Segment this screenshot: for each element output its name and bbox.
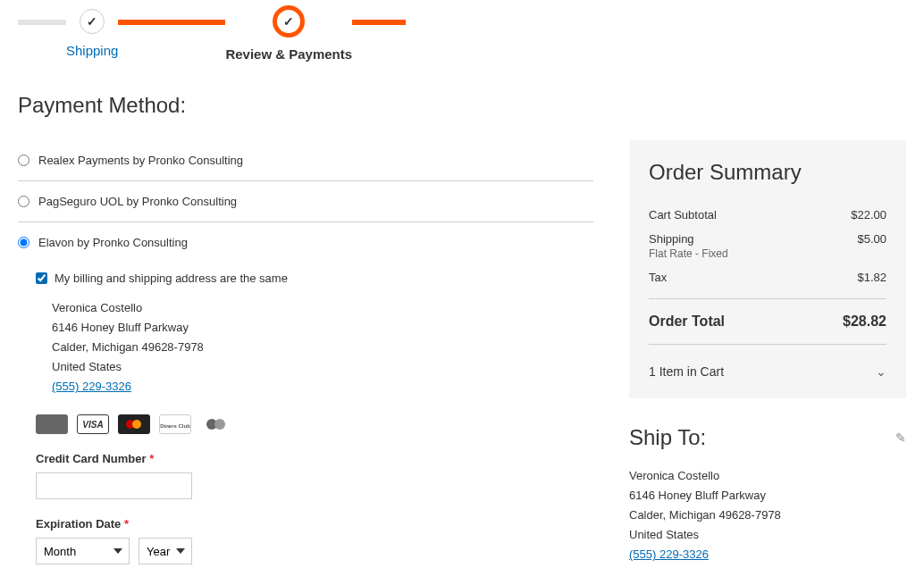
payment-details: My billing and shipping address are the …: [18, 263, 593, 585]
payment-option-realex[interactable]: Realex Payments by Pronko Consulting: [18, 140, 593, 181]
shipto-city: Calder, Michigan 49628-7978: [629, 506, 906, 525]
order-summary: Order Summary Cart Subtotal $22.00 Shipp…: [629, 140, 906, 398]
progress-line-active: [352, 20, 406, 25]
billing-street: 6146 Honey Bluff Parkway: [52, 318, 593, 338]
mastercard-icon: [118, 414, 150, 434]
progress-line: [18, 20, 66, 25]
exp-date-label: Expiration Date *: [36, 517, 593, 531]
shipto-name: Veronica Costello: [629, 466, 906, 486]
cc-number-label: Credit Card Number *: [36, 452, 593, 465]
billing-name: Veronica Costello: [52, 298, 593, 318]
summary-total-label: Order Total: [649, 313, 725, 330]
payment-radio-pagseguro[interactable]: [18, 196, 29, 207]
exp-year-select[interactable]: Year: [139, 538, 192, 564]
payment-label-realex[interactable]: Realex Payments by Pronko Consulting: [38, 154, 243, 167]
ship-to-title: Ship To:: [629, 425, 706, 450]
page-title: Payment Method:: [18, 93, 906, 118]
cc-number-input[interactable]: [36, 472, 192, 499]
cart-items-label: 1 Item in Cart: [649, 364, 724, 379]
summary-shipping-label: Shipping: [649, 232, 694, 246]
billing-same-checkbox[interactable]: [36, 272, 47, 284]
amex-icon: [36, 414, 68, 434]
checkout-progress: ✓ Shipping ✓ Review & Payments: [18, 9, 906, 62]
ship-to-heading: Ship To: ✎: [629, 425, 906, 450]
summary-subtotal-row: Cart Subtotal $22.00: [649, 203, 886, 227]
chevron-down-icon: ⌄: [876, 364, 886, 379]
exp-month-select[interactable]: Month: [36, 538, 130, 564]
divider: [649, 298, 886, 299]
summary-tax-value: $1.82: [857, 271, 886, 284]
payment-radio-elavon[interactable]: [18, 237, 29, 248]
shipto-country: United States: [629, 525, 906, 545]
card-icons: VISA Diners Club: [36, 414, 593, 434]
divider: [649, 344, 886, 345]
summary-total-row: Order Total $28.82: [649, 308, 886, 335]
checkmark-icon: ✓: [273, 5, 305, 38]
edit-ship-to-icon[interactable]: ✎: [895, 430, 906, 445]
payment-option-pagseguro[interactable]: PagSeguro UOL by Pronko Consulting: [18, 181, 593, 222]
cc-number-field: Credit Card Number *: [36, 452, 593, 499]
summary-title: Order Summary: [649, 160, 886, 185]
billing-country: United States: [52, 357, 593, 377]
progress-step-review: ✓ Review & Payments: [225, 9, 352, 62]
payment-label-elavon[interactable]: Elavon by Pronko Consulting: [38, 236, 188, 249]
billing-address: Veronica Costello 6146 Honey Bluff Parkw…: [52, 298, 593, 397]
ship-to-address: Veronica Costello 6146 Honey Bluff Parkw…: [629, 466, 906, 564]
summary-tax-label: Tax: [649, 271, 667, 284]
summary-total-value: $28.82: [843, 313, 886, 330]
cart-items-toggle[interactable]: 1 Item in Cart ⌄: [649, 354, 886, 379]
progress-step-shipping[interactable]: ✓ Shipping: [66, 9, 118, 58]
progress-line-active: [118, 20, 225, 25]
payment-option-elavon[interactable]: Elavon by Pronko Consulting: [18, 222, 593, 263]
visa-icon: VISA: [77, 414, 109, 434]
billing-same-label[interactable]: My billing and shipping address are the …: [55, 272, 288, 285]
shipto-phone[interactable]: (555) 229-3326: [629, 547, 709, 561]
progress-label-shipping[interactable]: Shipping: [66, 43, 118, 58]
progress-label-review: Review & Payments: [225, 46, 352, 62]
maestro-icon: [200, 414, 232, 434]
payment-radio-realex[interactable]: [18, 155, 29, 166]
summary-subtotal-label: Cart Subtotal: [649, 208, 717, 221]
summary-subtotal-value: $22.00: [851, 208, 886, 221]
summary-shipping-value: $5.00: [857, 232, 886, 246]
billing-same-row: My billing and shipping address are the …: [36, 272, 593, 285]
summary-shipping-desc: Flat Rate - Fixed: [649, 247, 886, 260]
exp-date-field: Expiration Date * Month Year: [36, 517, 593, 564]
shipto-street: 6146 Honey Bluff Parkway: [629, 486, 906, 506]
summary-tax-row: Tax $1.82: [649, 265, 886, 289]
checkmark-icon: ✓: [80, 9, 105, 34]
diners-icon: Diners Club: [159, 414, 191, 434]
billing-city: Calder, Michigan 49628-7978: [52, 338, 593, 357]
billing-phone[interactable]: (555) 229-3326: [52, 380, 131, 393]
payment-label-pagseguro[interactable]: PagSeguro UOL by Pronko Consulting: [38, 195, 237, 208]
